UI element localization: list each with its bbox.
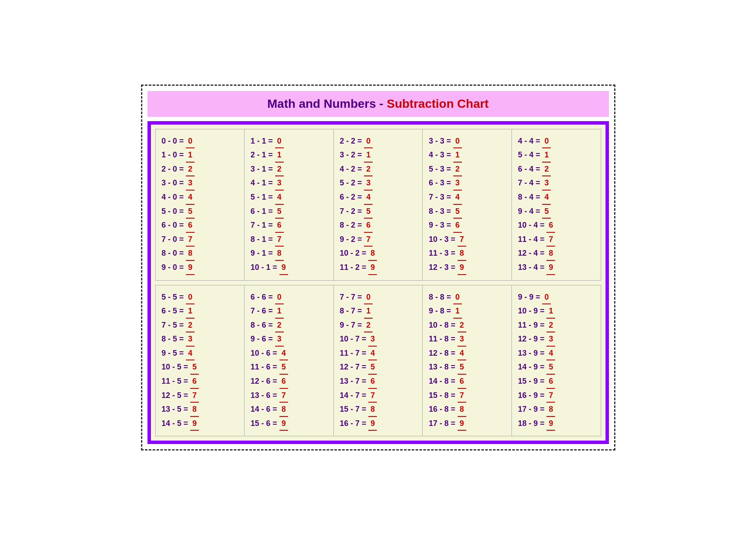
answer: 4: [542, 191, 551, 205]
equation: 11 - 7 = 4: [340, 347, 417, 361]
answer: 2: [364, 319, 373, 333]
equation: 10 - 4 = 6: [518, 219, 595, 233]
answer: 4: [368, 347, 377, 361]
bottom-grid: 5 - 5 = 06 - 5 = 17 - 5 = 28 - 5 = 39 - …: [155, 285, 601, 437]
equation: 3 - 3 = 0: [429, 135, 505, 149]
answer: 7: [458, 233, 466, 247]
equation: 15 - 7 = 8: [340, 403, 417, 417]
answer: 8: [368, 247, 377, 261]
answer: 7: [364, 233, 373, 247]
answer: 9: [368, 417, 377, 431]
answer: 3: [453, 176, 462, 191]
equation: 4 - 1 = 3: [251, 176, 327, 191]
equation: 1 - 1 = 0: [251, 135, 327, 149]
answer: 2: [186, 163, 194, 177]
title-prefix: Math and Numbers -: [267, 97, 387, 110]
answer: 8: [458, 403, 466, 417]
equation: 14 - 5 = 9: [162, 417, 238, 431]
equation: 11 - 8 = 3: [429, 332, 505, 347]
equation: 11 - 6 = 5: [251, 360, 327, 375]
equation: 8 - 7 = 1: [340, 304, 417, 319]
equation: 12 - 7 = 5: [340, 360, 417, 375]
equation: 14 - 8 = 6: [429, 375, 505, 389]
answer: 5: [364, 205, 373, 219]
equation: 15 - 9 = 6: [518, 375, 595, 389]
answer: 6: [453, 219, 462, 233]
equation: 16 - 8 = 8: [429, 403, 505, 417]
answer: 8: [279, 403, 288, 417]
title-bar: Math and Numbers - Subtraction Chart: [147, 91, 609, 117]
answer: 3: [368, 332, 377, 347]
equation: 11 - 3 = 8: [429, 247, 505, 261]
equation: 8 - 1 = 7: [251, 233, 327, 247]
grid-cell: 6 - 6 = 07 - 6 = 18 - 6 = 29 - 6 = 310 -…: [245, 285, 334, 437]
answer: 1: [364, 148, 373, 163]
equation: 9 - 1 = 8: [251, 247, 327, 261]
answer: 5: [368, 360, 377, 375]
equation: 2 - 1 = 1: [251, 148, 327, 163]
equation: 3 - 1 = 2: [251, 163, 327, 177]
answer: 3: [364, 176, 373, 191]
answer: 6: [368, 375, 377, 389]
answer: 4: [279, 347, 288, 361]
equation: 5 - 1 = 4: [251, 191, 327, 205]
answer: 9: [546, 417, 555, 431]
equation: 10 - 7 = 3: [340, 332, 417, 347]
equation: 13 - 6 = 7: [251, 389, 327, 403]
answer: 1: [542, 148, 551, 163]
grid-cell: 0 - 0 = 01 - 0 = 12 - 0 = 23 - 0 = 34 - …: [156, 129, 245, 281]
answer: 7: [190, 389, 199, 403]
answer: 1: [186, 304, 194, 319]
grid-cell: 3 - 3 = 04 - 3 = 15 - 3 = 26 - 3 = 37 - …: [423, 129, 512, 281]
answer: 2: [275, 319, 284, 333]
answer: 0: [186, 135, 194, 149]
answer: 0: [275, 135, 284, 149]
answer: 6: [458, 375, 466, 389]
equation: 10 - 8 = 2: [429, 319, 505, 333]
equation: 9 - 2 = 7: [340, 233, 417, 247]
equation: 6 - 4 = 2: [518, 163, 595, 177]
equation: 5 - 2 = 3: [340, 176, 417, 191]
equation: 13 - 8 = 5: [429, 360, 505, 375]
answer: 4: [186, 191, 194, 205]
answer: 1: [453, 148, 462, 163]
answer: 9: [458, 417, 466, 431]
answer: 7: [279, 389, 288, 403]
answer: 5: [279, 360, 288, 375]
answer: 8: [546, 403, 555, 417]
equation: 11 - 5 = 6: [162, 375, 238, 389]
equation: 10 - 3 = 7: [429, 233, 505, 247]
answer: 1: [186, 148, 194, 163]
grid-cell: 8 - 8 = 09 - 8 = 110 - 8 = 211 - 8 = 312…: [423, 285, 512, 437]
chart-container: 0 - 0 = 01 - 0 = 12 - 0 = 23 - 0 = 34 - …: [147, 121, 609, 444]
equation: 6 - 2 = 4: [340, 191, 417, 205]
equation: 4 - 3 = 1: [429, 148, 505, 163]
answer: 4: [458, 347, 466, 361]
answer: 7: [368, 389, 377, 403]
answer: 0: [364, 135, 373, 149]
answer: 1: [546, 304, 555, 319]
equation: 12 - 4 = 8: [518, 247, 595, 261]
equation: 4 - 2 = 2: [340, 163, 417, 177]
answer: 7: [186, 233, 194, 247]
equation: 11 - 9 = 2: [518, 319, 595, 333]
equation: 6 - 5 = 1: [162, 304, 238, 319]
answer: 6: [190, 375, 199, 389]
equation: 6 - 1 = 5: [251, 205, 327, 219]
answer: 8: [368, 403, 377, 417]
answer: 9: [368, 261, 377, 275]
answer: 2: [275, 163, 284, 177]
equation: 13 - 7 = 6: [340, 375, 417, 389]
equation: 2 - 2 = 0: [340, 135, 417, 149]
equation: 18 - 9 = 9: [518, 417, 595, 431]
equation: 9 - 0 = 9: [162, 261, 238, 275]
equation: 14 - 9 = 5: [518, 360, 595, 375]
equation: 8 - 6 = 2: [251, 319, 327, 333]
equation: 1 - 0 = 1: [162, 148, 238, 163]
answer: 0: [453, 135, 462, 149]
equation: 8 - 0 = 8: [162, 247, 238, 261]
answer: 8: [546, 247, 555, 261]
answer: 1: [275, 148, 284, 163]
answer: 7: [546, 389, 555, 403]
answer: 3: [542, 176, 551, 191]
